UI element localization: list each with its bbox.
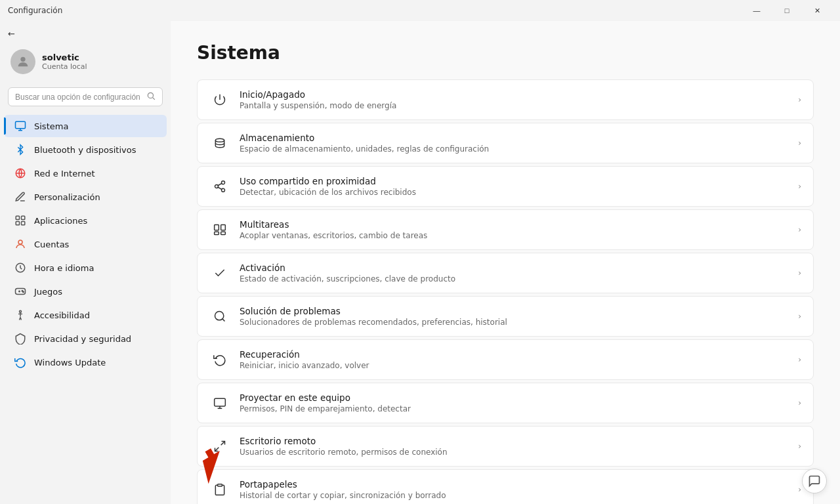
- nav-item-aplicaciones[interactable]: Aplicaciones: [4, 209, 167, 232]
- nav-item-cuentas[interactable]: Cuentas: [4, 233, 167, 255]
- close-button[interactable]: ✕: [802, 0, 832, 21]
- titlebar: Configuración — □ ✕: [0, 0, 840, 21]
- almacenamiento-title: Almacenamiento: [240, 133, 798, 143]
- main-content: Sistema Inicio/Apagado Pantalla y suspen…: [171, 21, 840, 504]
- page-title: Sistema: [197, 42, 814, 64]
- svg-line-23: [218, 187, 222, 189]
- svg-line-2: [153, 98, 155, 100]
- almacenamiento-icon: [209, 133, 230, 154]
- svg-rect-26: [221, 225, 226, 230]
- multitareas-desc: Acoplar ventanas, escritorios, cambio de…: [240, 231, 798, 240]
- windows-update-icon: [14, 356, 26, 368]
- escritorio-remoto-chevron: ›: [798, 442, 801, 451]
- svg-rect-28: [221, 232, 226, 234]
- cuentas-icon: [14, 238, 26, 250]
- nav-item-personalizacion[interactable]: Personalización: [4, 186, 167, 208]
- settings-item-escritorio-remoto[interactable]: Escritorio remoto Usuarios de escritorio…: [197, 426, 814, 467]
- hora-label: Hora e idioma: [34, 263, 94, 273]
- juegos-label: Juegos: [34, 287, 62, 297]
- multitareas-title: Multitareas: [240, 219, 798, 230]
- user-type: Cuenta local: [42, 62, 87, 71]
- activacion-desc: Estado de activación, suscripciones, cla…: [240, 274, 798, 284]
- user-name: solvetic: [42, 52, 87, 62]
- portapapeles-title: Portapapeles: [240, 479, 798, 490]
- solucion-problemas-desc: Solucionadores de problemas recomendados…: [240, 318, 798, 327]
- privacidad-label: Privacidad y seguridad: [34, 334, 131, 344]
- svg-point-18: [20, 310, 22, 312]
- recuperacion-desc: Reiniciar, inicio avanzado, volver: [240, 361, 798, 370]
- bluetooth-label: Bluetooth y dispositivos: [34, 145, 136, 155]
- escritorio-remoto-title: Escritorio remoto: [240, 436, 798, 446]
- uso-compartido-icon: [209, 176, 230, 197]
- settings-item-solucion-problemas[interactable]: Solución de problemas Solucionadores de …: [197, 296, 814, 337]
- nav-item-privacidad[interactable]: Privacidad y seguridad: [4, 327, 167, 350]
- settings-item-recuperacion[interactable]: Recuperación Reiniciar, inicio avanzado,…: [197, 339, 814, 380]
- settings-item-inicio[interactable]: Inicio/Apagado Pantalla y suspensión, mo…: [197, 79, 814, 120]
- settings-item-almacenamiento[interactable]: Almacenamiento Espacio de almacenamiento…: [197, 123, 814, 163]
- red-icon: [14, 167, 26, 179]
- back-icon: ←: [8, 29, 15, 39]
- svg-rect-27: [215, 232, 219, 234]
- maximize-button[interactable]: □: [772, 0, 802, 21]
- settings-item-uso-compartido[interactable]: Uso compartido en proximidad Detectar, u…: [197, 166, 814, 207]
- settings-item-portapapeles[interactable]: Portapapeles Historial de cortar y copia…: [197, 469, 814, 504]
- settings-item-activacion[interactable]: Activación Estado de activación, suscrip…: [197, 253, 814, 293]
- minimize-button[interactable]: —: [742, 0, 772, 21]
- svg-point-1: [148, 93, 153, 98]
- bluetooth-icon: [14, 144, 26, 156]
- personalizacion-icon: [14, 191, 26, 203]
- settings-item-multitareas[interactable]: Multitareas Acoplar ventanas, escritorio…: [197, 209, 814, 250]
- almacenamiento-chevron: ›: [798, 138, 801, 148]
- user-info: solvetic Cuenta local: [42, 52, 87, 71]
- svg-point-0: [20, 57, 25, 62]
- proyectar-desc: Permisos, PIN de emparejamiento, detecta…: [240, 404, 798, 413]
- svg-rect-9: [16, 222, 19, 225]
- titlebar-controls: — □ ✕: [742, 0, 832, 21]
- accesibilidad-label: Accesibilidad: [34, 310, 90, 320]
- user-section: solvetic Cuenta local: [0, 44, 171, 85]
- nav-item-sistema[interactable]: Sistema: [4, 115, 167, 137]
- aplicaciones-icon: [14, 215, 26, 226]
- svg-rect-3: [16, 121, 26, 129]
- inicio-title: Inicio/Apagado: [240, 89, 798, 100]
- chat-button[interactable]: [802, 469, 827, 494]
- nav-item-hora[interactable]: Hora e idioma: [4, 257, 167, 279]
- portapapeles-icon: [209, 479, 230, 500]
- solucion-problemas-chevron: ›: [798, 312, 801, 321]
- multitareas-icon: [209, 219, 230, 240]
- portapapeles-chevron: ›: [798, 485, 801, 494]
- nav-item-accesibilidad[interactable]: Accesibilidad: [4, 304, 167, 326]
- nav-item-bluetooth[interactable]: Bluetooth y dispositivos: [4, 138, 167, 161]
- nav-item-windows-update[interactable]: Windows Update: [4, 351, 167, 373]
- solucion-problemas-icon: [209, 306, 230, 327]
- search-icon: [146, 91, 156, 102]
- titlebar-title: Configuración: [8, 6, 742, 15]
- inicio-desc: Pantalla y suspensión, modo de energía: [240, 101, 798, 110]
- app-container: ← solvetic Cuenta local: [0, 21, 840, 504]
- svg-rect-8: [22, 216, 25, 219]
- hora-icon: [14, 262, 26, 274]
- recuperacion-chevron: ›: [798, 355, 801, 364]
- multitareas-chevron: ›: [798, 225, 801, 234]
- nav-item-red[interactable]: Red e Internet: [4, 162, 167, 184]
- juegos-icon: [14, 285, 26, 297]
- svg-rect-7: [16, 216, 19, 219]
- svg-rect-31: [215, 398, 226, 406]
- svg-line-24: [218, 183, 222, 185]
- svg-point-29: [215, 312, 224, 320]
- settings-item-proyectar[interactable]: Proyectar en este equipo Permisos, PIN d…: [197, 383, 814, 423]
- svg-point-17: [23, 291, 24, 293]
- nav-item-juegos[interactable]: Juegos: [4, 280, 167, 303]
- proyectar-title: Proyectar en este equipo: [240, 392, 798, 403]
- search-box[interactable]: [8, 87, 163, 106]
- back-button[interactable]: ←: [0, 26, 171, 44]
- avatar: [10, 49, 35, 74]
- search-input[interactable]: [15, 93, 142, 102]
- svg-rect-36: [218, 484, 222, 486]
- activacion-chevron: ›: [798, 268, 801, 278]
- privacidad-icon: [14, 333, 26, 345]
- svg-point-20: [222, 181, 225, 184]
- svg-point-19: [215, 138, 224, 142]
- red-label: Red e Internet: [34, 169, 95, 178]
- svg-rect-10: [22, 222, 25, 225]
